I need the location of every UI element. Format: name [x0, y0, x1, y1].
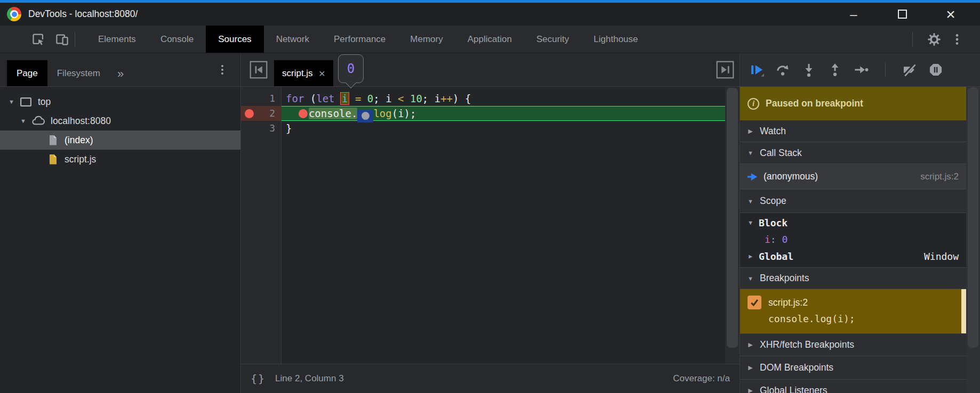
- section-global-listeners[interactable]: ▶ Global Listeners: [740, 380, 966, 393]
- hide-navigator-icon[interactable]: [250, 61, 268, 79]
- window-title: DevTools - localhost:8080/: [28, 9, 138, 20]
- editor-status-bar: {} Line 2, Column 3 Coverage: n/a: [241, 364, 740, 393]
- line-number-gutter[interactable]: 1 2 3: [241, 87, 282, 364]
- tree-item-index[interactable]: (index): [0, 130, 240, 150]
- highlighted-variable[interactable]: i: [340, 92, 349, 105]
- editor-scrollbar-thumb[interactable]: [727, 88, 738, 348]
- settings-gear-icon[interactable]: [927, 32, 942, 47]
- line-number[interactable]: 1: [241, 91, 281, 106]
- call-stack-frame[interactable]: (anonymous) script.js:2: [740, 164, 966, 190]
- caret-down-icon[interactable]: ▼: [746, 275, 754, 282]
- inline-breakpoint-icon[interactable]: [299, 109, 308, 118]
- tab-page[interactable]: Page: [7, 60, 47, 86]
- editor-tab-strip: script.js ×: [241, 53, 740, 87]
- tree-item-top[interactable]: ▼ top: [0, 92, 240, 111]
- code-line-1[interactable]: for (let i = 0; i < 10; i++) {: [282, 91, 725, 106]
- step-into-icon[interactable]: [801, 62, 816, 77]
- paused-message: Paused on breakpoint: [766, 98, 863, 109]
- tab-filesystem[interactable]: Filesystem: [47, 60, 110, 86]
- step-icon[interactable]: [854, 62, 869, 77]
- tab-lighthouse[interactable]: Lighthouse: [581, 26, 650, 53]
- more-tabs-icon[interactable]: »: [117, 67, 124, 81]
- scope-variable-i[interactable]: i: 0: [740, 231, 966, 247]
- navigator-sidebar: Page Filesystem » ▼ top ▼: [0, 53, 241, 393]
- frame-name: (anonymous): [764, 171, 818, 182]
- breakpoint-dot-icon[interactable]: [245, 109, 254, 118]
- caret-down-icon[interactable]: ▼: [746, 150, 754, 156]
- caret-right-icon[interactable]: ▶: [746, 341, 754, 348]
- panel-scrollbar[interactable]: [966, 87, 980, 393]
- group-tabs-icon[interactable]: [716, 61, 734, 79]
- caret-right-icon[interactable]: ▶: [746, 387, 754, 393]
- tab-sources[interactable]: Sources: [206, 26, 263, 53]
- step-out-icon[interactable]: [828, 62, 842, 77]
- scope-block[interactable]: ▼ Block: [740, 214, 966, 231]
- code-line-3[interactable]: }: [282, 121, 725, 136]
- caret-right-icon[interactable]: ▶: [746, 364, 754, 371]
- more-options-icon[interactable]: [950, 32, 964, 46]
- tab-performance[interactable]: Performance: [322, 26, 398, 53]
- panel-scrollbar-thumb[interactable]: [968, 87, 978, 348]
- global-value: Window: [924, 251, 959, 262]
- breakpoint-checkbox[interactable]: [748, 296, 761, 309]
- toolbar-separator: [912, 32, 913, 47]
- pretty-print-icon[interactable]: {}: [251, 372, 266, 385]
- code-line-2-paused[interactable]: console.log(i);: [282, 106, 725, 121]
- tab-elements[interactable]: Elements: [86, 26, 148, 53]
- navigator-menu-icon[interactable]: [216, 63, 229, 76]
- step-over-icon[interactable]: [775, 62, 790, 77]
- caret-down-icon[interactable]: ▼: [746, 219, 754, 226]
- tree-item-label: localhost:8080: [51, 116, 111, 127]
- caret-right-icon[interactable]: ▶: [746, 253, 754, 260]
- close-tab-icon[interactable]: ×: [319, 67, 325, 80]
- tab-network[interactable]: Network: [264, 26, 322, 53]
- code-area[interactable]: 1 2 3 for (let i = 0; i < 10; i++) { con…: [241, 87, 740, 364]
- toolbar-separator: [75, 32, 75, 47]
- source-editor: script.js × 1 2 3 for (let i = 0; i < 10…: [241, 53, 740, 393]
- tooltip-value: 0: [347, 61, 355, 76]
- chrome-logo-icon: [7, 7, 21, 21]
- section-xhr-breakpoints[interactable]: ▶ XHR/fetch Breakpoints: [740, 334, 966, 356]
- caret-right-icon[interactable]: ▶: [746, 128, 754, 135]
- debugger-toolbar: [740, 53, 980, 87]
- document-icon: [46, 134, 59, 147]
- caret-down-icon[interactable]: ▼: [7, 99, 15, 105]
- section-call-stack[interactable]: ▼ Call Stack: [740, 142, 966, 164]
- tree-item-label: (index): [65, 135, 93, 146]
- tree-item-script[interactable]: script.js: [0, 150, 240, 169]
- tab-application[interactable]: Application: [455, 26, 524, 53]
- window-close-button[interactable]: ×: [938, 5, 963, 23]
- window-minimize-button[interactable]: –: [841, 5, 866, 23]
- resume-script-icon[interactable]: [749, 62, 764, 77]
- window-maximize-button[interactable]: [890, 5, 914, 23]
- inspect-element-icon[interactable]: [31, 32, 45, 46]
- breakpoint-entry[interactable]: script.js:2 console.log(i);: [740, 289, 966, 334]
- caret-down-icon[interactable]: ▼: [746, 198, 754, 204]
- pause-on-exceptions-icon[interactable]: [928, 62, 943, 77]
- inline-position-marker-icon[interactable]: [357, 110, 373, 122]
- toolbar-separator: [885, 62, 886, 77]
- line-number[interactable]: 3: [241, 121, 281, 136]
- info-icon: i: [748, 98, 759, 110]
- variable-value-tooltip: 0: [338, 54, 364, 83]
- main-toolbar: Elements Console Sources Network Perform…: [0, 26, 980, 53]
- scope-global[interactable]: ▶ Global Window: [740, 247, 966, 265]
- code-lines: for (let i = 0; i < 10; i++) { console.l…: [282, 87, 725, 364]
- tree-item-host[interactable]: ▼ localhost:8080: [0, 111, 240, 130]
- editor-scrollbar[interactable]: [725, 87, 740, 364]
- file-tab-scriptjs[interactable]: script.js ×: [274, 60, 333, 86]
- caret-down-icon[interactable]: ▼: [19, 118, 27, 124]
- section-dom-breakpoints[interactable]: ▶ DOM Breakpoints: [740, 356, 966, 380]
- tree-item-label: top: [38, 96, 51, 108]
- device-toolbar-icon[interactable]: [55, 32, 69, 46]
- tab-security[interactable]: Security: [524, 26, 581, 53]
- tab-console[interactable]: Console: [148, 26, 206, 53]
- section-scope[interactable]: ▼ Scope: [740, 190, 966, 213]
- line-number-breakpoint[interactable]: 2: [241, 106, 281, 121]
- section-watch[interactable]: ▶ Watch: [740, 120, 966, 142]
- cursor-position: Line 2, Column 3: [275, 373, 344, 384]
- section-breakpoints[interactable]: ▼ Breakpoints: [740, 268, 966, 289]
- cloud-icon: [31, 114, 45, 128]
- tab-memory[interactable]: Memory: [398, 26, 455, 53]
- deactivate-breakpoints-icon[interactable]: [902, 62, 917, 77]
